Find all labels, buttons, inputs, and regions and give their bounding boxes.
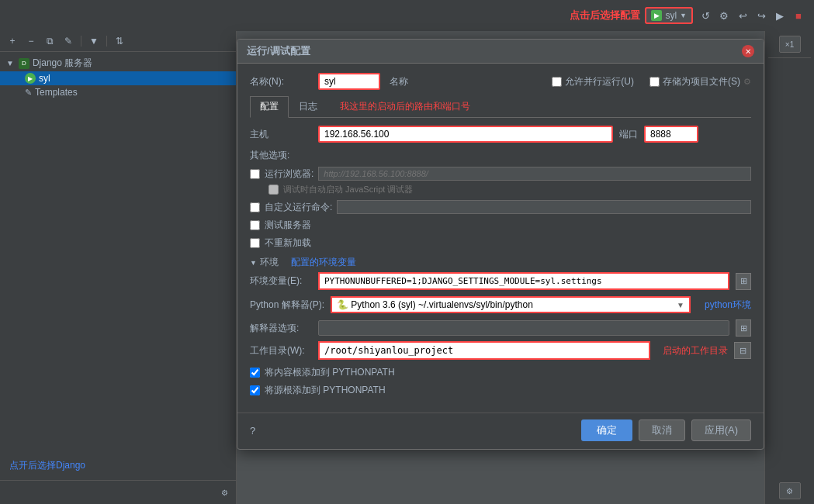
refresh-icon[interactable]: ↺	[698, 8, 713, 23]
stop-icon[interactable]: ■	[791, 8, 806, 23]
custom-cmd-row: 自定义运行命令:	[250, 200, 751, 214]
run-browser-checkbox[interactable]	[250, 169, 260, 179]
custom-cmd-checkbox[interactable]	[250, 202, 260, 212]
workdir-browse-button[interactable]: ⊟	[734, 342, 751, 359]
run-config-icon: ▶	[25, 73, 36, 84]
cancel-button[interactable]: 取消	[639, 419, 685, 441]
env-browse-button[interactable]: ⊞	[736, 273, 751, 290]
edit-config-button[interactable]: ✎	[61, 34, 76, 48]
python-interpreter-select[interactable]: 🐍 Python 3.6 (syl) ~/.virtualenvs/syl/bi…	[331, 296, 691, 313]
left-toolbar: + − ⧉ ✎ ▼ ⇅	[0, 31, 236, 52]
allow-parallel-checkbox[interactable]	[552, 77, 562, 87]
test-server-row: 测试服务器	[250, 219, 751, 232]
store-file-checkbox[interactable]	[649, 77, 660, 87]
annotation-django: 点开后选择Django	[0, 451, 236, 480]
dialog-footer: ? 确定 取消 应用(A)	[237, 413, 764, 449]
workdir-input[interactable]	[318, 341, 650, 360]
add-content-roots-label: 将内容根添加到 PYTHONPATH	[265, 366, 395, 379]
run-icon[interactable]: ▶	[772, 8, 788, 23]
env-section-arrow: ▼	[250, 259, 257, 267]
settings-icon[interactable]: ⚙	[716, 8, 732, 23]
toolbar-icons: ↺ ⚙ ↩ ↪ ▶ ■	[698, 8, 806, 23]
allow-parallel-label: 允许并行运行(U)	[565, 75, 634, 88]
help-button[interactable]: ?	[250, 425, 255, 437]
config-selector[interactable]: ▶ syl ▼	[645, 7, 693, 24]
store-file-checkbox-row: 存储为项目文件(S) ⚙	[649, 75, 751, 88]
no-reload-checkbox[interactable]	[250, 238, 260, 248]
custom-cmd-input[interactable]	[337, 200, 751, 214]
redo-icon[interactable]: ↪	[753, 8, 769, 23]
other-options-label: 其他选项:	[250, 149, 312, 162]
config-run-icon: ▶	[651, 10, 662, 21]
confirm-button[interactable]: 确定	[581, 419, 632, 441]
add-content-roots-checkbox[interactable]	[250, 368, 260, 378]
run-browser-input[interactable]	[318, 167, 751, 181]
tree-item-templates[interactable]: ✎ Templates	[0, 85, 236, 99]
apply-button[interactable]: 应用(A)	[691, 419, 751, 441]
run-browser-row: 运行浏览器:	[250, 167, 751, 181]
django-icon: D	[19, 58, 29, 69]
js-debugger-checkbox[interactable]	[268, 185, 279, 195]
add-source-roots-checkbox[interactable]	[250, 385, 260, 395]
env-label: 环境变量(E):	[250, 274, 312, 288]
main-layout: + − ⧉ ✎ ▼ ⇅ ▼ D Django 服务器 ▶ syl ✎ Templ…	[0, 31, 814, 504]
js-debugger-row: 调试时自动启动 JavaScript 调试器	[268, 184, 751, 195]
no-reload-row: 不重新加载	[250, 236, 751, 250]
tree-area: ▼ D Django 服务器 ▶ syl ✎ Templates	[0, 52, 236, 451]
store-file-settings-icon: ⚙	[743, 77, 751, 87]
run-browser-label: 运行浏览器:	[265, 167, 313, 181]
host-input[interactable]	[318, 126, 613, 143]
port-input[interactable]	[644, 126, 698, 143]
sort-button[interactable]: ⇅	[112, 34, 127, 48]
add-content-roots-row: 将内容根添加到 PYTHONPATH	[250, 366, 751, 379]
toolbar-separator	[81, 36, 81, 47]
interpreter-options-browse[interactable]: ⊞	[736, 319, 751, 337]
env-var-row: 环境变量(E): ⊞	[250, 272, 751, 290]
annotation-click-config: 点击后选择配置	[570, 9, 640, 22]
right-strip: ×1 ⚙	[764, 31, 814, 504]
name-input[interactable]	[318, 73, 380, 90]
interpreter-options-label: 解释器选项:	[250, 322, 312, 335]
gear-icon-bottom[interactable]: ⚙	[217, 485, 231, 499]
add-config-button[interactable]: +	[5, 34, 20, 48]
name-row: 名称(N): 名称 允许并行运行(U) 存储为项目文件(S) ⚙	[250, 73, 751, 90]
other-options-row: 其他选项:	[250, 149, 751, 162]
expand-button[interactable]: ▼	[86, 34, 102, 48]
tab-log[interactable]: 日志	[289, 96, 327, 117]
tree-item-syl[interactable]: ▶ syl	[0, 71, 236, 85]
copy-config-button[interactable]: ⧉	[42, 34, 57, 48]
wrench-icon: ✎	[25, 88, 32, 98]
annotation-env: 配置的环境变量	[291, 256, 356, 269]
right-btn-1[interactable]: ×1	[779, 36, 801, 53]
tree-root-django[interactable]: ▼ D Django 服务器	[0, 55, 236, 71]
tab-config[interactable]: 配置	[250, 96, 289, 118]
add-source-roots-label: 将源根添加到 PYTHONPATH	[265, 384, 386, 397]
tree-item-templates-label: Templates	[35, 87, 78, 98]
interpreter-options-input[interactable]	[318, 320, 729, 336]
host-label: 主机	[250, 128, 312, 141]
env-section-label: 环境	[260, 256, 279, 269]
test-server-label: 测试服务器	[265, 219, 311, 232]
close-button[interactable]: ✕	[742, 45, 754, 57]
dialog-overlay: 运行/调试配置 ✕ 名称(N): 名称 允许并行运行(U)	[237, 31, 764, 504]
name-label: 名称(N):	[250, 75, 312, 88]
test-server-checkbox[interactable]	[250, 220, 260, 230]
top-bar: 点击后选择配置 ▶ syl ▼ ↺ ⚙ ↩ ↪ ▶ ■	[0, 0, 814, 31]
right-gear-button[interactable]: ⚙	[779, 482, 801, 499]
left-panel: + − ⧉ ✎ ▼ ⇅ ▼ D Django 服务器 ▶ syl ✎ Templ…	[0, 31, 237, 504]
tree-root-label: Django 服务器	[33, 57, 92, 70]
run-debug-dialog: 运行/调试配置 ✕ 名称(N): 名称 允许并行运行(U)	[237, 39, 764, 450]
tree-item-syl-label: syl	[39, 73, 50, 84]
no-reload-label: 不重新加载	[265, 236, 311, 250]
config-name-label: syl	[665, 10, 677, 21]
remove-config-button[interactable]: −	[23, 34, 39, 48]
annotation-python: python环境	[705, 299, 751, 312]
host-port-row: 主机 端口	[250, 126, 751, 143]
dialog-content: 名称(N): 名称 允许并行运行(U) 存储为项目文件(S) ⚙	[237, 64, 764, 413]
store-file-label: 存储为项目文件(S)	[663, 75, 740, 88]
dialog-title-bar: 运行/调试配置 ✕	[237, 40, 764, 64]
undo-icon[interactable]: ↩	[735, 8, 750, 23]
workdir-row: 工作目录(W): 启动的工作目录 ⊟	[250, 341, 751, 360]
port-label: 端口	[619, 128, 638, 141]
env-input[interactable]	[318, 272, 729, 290]
